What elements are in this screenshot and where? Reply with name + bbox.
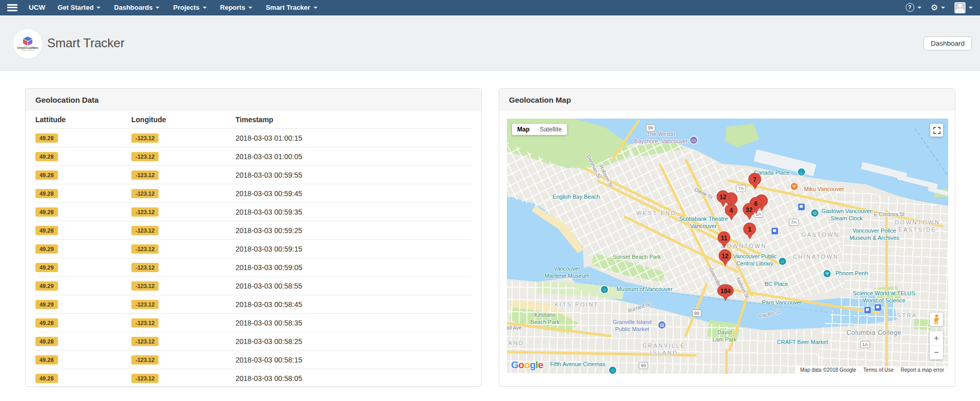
route-shield: 7A bbox=[736, 185, 746, 192]
map-panel-title: Geolocation Map bbox=[499, 89, 955, 111]
anchor-icon: ⚓ bbox=[798, 168, 805, 176]
map-marker[interactable]: 12 bbox=[719, 250, 732, 262]
nav-item-reports[interactable]: Reports bbox=[220, 4, 252, 11]
help-menu[interactable]: ? bbox=[906, 3, 922, 12]
nav-item-smart-tracker[interactable]: Smart Tracker bbox=[266, 4, 318, 11]
fullscreen-icon bbox=[933, 127, 940, 134]
transit-station-icon bbox=[798, 203, 806, 211]
latitude-badge: 49.28 bbox=[35, 189, 58, 198]
map-marker[interactable]: 4 bbox=[725, 204, 738, 217]
table-row: 49.28-123.122018-03-03 01:00:15 bbox=[35, 129, 472, 147]
longitude-badge: -123.12 bbox=[131, 318, 159, 328]
map-type-control: Map Satellite bbox=[512, 124, 567, 135]
map-label: DOWNTOWNEASTSIDE bbox=[895, 219, 940, 234]
fullscreen-button[interactable] bbox=[930, 124, 943, 137]
timestamp-cell: 2018-03-03 00:58:55 bbox=[236, 277, 472, 295]
map-marker[interactable]: 32 bbox=[743, 203, 756, 216]
hamburger-menu-icon[interactable] bbox=[7, 4, 17, 11]
longitude-badge: -123.12 bbox=[131, 170, 159, 180]
street-view-pegman[interactable] bbox=[930, 313, 943, 326]
column-header-latitude: Lattitude bbox=[35, 112, 131, 129]
table-row: 49.28-123.122018-03-03 01:00:05 bbox=[35, 147, 472, 166]
user-menu[interactable] bbox=[954, 2, 973, 13]
chevron-down-icon bbox=[155, 7, 160, 9]
map-label: BC Place bbox=[765, 281, 788, 288]
nav-item-dashboards[interactable]: Dashboards bbox=[114, 4, 160, 11]
page-title: Smart Tracker bbox=[47, 36, 125, 50]
settings-menu[interactable]: ⚙ bbox=[931, 4, 945, 12]
map-label: The WestinBayshore, Vancouver bbox=[634, 131, 688, 145]
timestamp-cell: 2018-03-03 00:59:35 bbox=[236, 203, 472, 221]
map-label: Science World at TELUSWorld of Science bbox=[853, 290, 915, 304]
restaurant-icon: Ψ bbox=[824, 270, 831, 277]
cinema-icon: ⌂ bbox=[609, 367, 616, 374]
map-label: CRAFT Beer Market bbox=[777, 339, 828, 346]
table-row: 49.29-123.122018-03-03 00:59:15 bbox=[35, 240, 472, 258]
map-marker[interactable]: 184 bbox=[717, 284, 734, 297]
map-label: Columbia College bbox=[847, 329, 901, 337]
zoom-out-button[interactable]: − bbox=[930, 345, 943, 359]
geo-table-body: 49.28-123.122018-03-03 01:00:1549.28-123… bbox=[35, 129, 472, 388]
google-logo[interactable]: Google bbox=[511, 359, 543, 371]
longitude-badge: -123.12 bbox=[131, 281, 159, 291]
brand-link[interactable]: UCW bbox=[29, 4, 45, 11]
nav-item-get-started[interactable]: Get Started bbox=[57, 4, 101, 11]
route-shield: 99 bbox=[639, 362, 648, 369]
chevron-down-icon bbox=[313, 7, 318, 9]
zoom-in-button[interactable]: + bbox=[930, 331, 943, 345]
timestamp-cell: 2018-03-03 00:59:55 bbox=[236, 166, 472, 184]
map-type-satellite-button[interactable]: Satellite bbox=[535, 124, 567, 135]
top-navbar: UCW Get StartedDashboardsProjectsReports… bbox=[0, 0, 980, 15]
longitude-badge: -123.12 bbox=[131, 374, 159, 383]
nav-items: Get StartedDashboardsProjectsReportsSmar… bbox=[57, 4, 317, 11]
zoom-control: + − bbox=[930, 331, 943, 359]
timestamp-cell: 2018-03-03 00:58:45 bbox=[236, 295, 472, 314]
latitude-badge: 49.28 bbox=[35, 318, 58, 328]
map-marker[interactable]: 11 bbox=[718, 232, 731, 244]
route-shield: 99 bbox=[692, 310, 701, 317]
table-row: 49.29-123.122018-03-03 00:58:55 bbox=[35, 277, 472, 295]
terms-of-use-link[interactable]: Terms of Use bbox=[864, 367, 894, 373]
map-label: Museum of Vancouver bbox=[616, 286, 672, 293]
chevron-down-icon bbox=[96, 7, 101, 9]
page-header: Unity|Cloud|Ware Think Connected Smart T… bbox=[0, 15, 980, 71]
longitude-badge: -123.12 bbox=[131, 133, 159, 143]
map-data-credit: Map data ©2018 Google bbox=[800, 367, 856, 373]
longitude-badge: -123.12 bbox=[131, 263, 159, 272]
route-shield: 99 bbox=[646, 124, 655, 131]
clock-icon: ⊙ bbox=[811, 209, 818, 217]
transit-station-icon bbox=[874, 304, 882, 312]
map-canvas[interactable]: Map Satellite + − Google Map data ©2018 … bbox=[507, 119, 948, 374]
table-row: 49.28-123.122018-03-03 00:58:25 bbox=[35, 332, 472, 351]
latitude-badge: 49.29 bbox=[35, 281, 58, 291]
cube-logo-icon bbox=[23, 36, 33, 46]
map-marker[interactable]: 12 bbox=[717, 190, 730, 203]
table-row: 49.29-123.122018-03-03 00:59:05 bbox=[35, 258, 472, 277]
pegman-icon bbox=[933, 314, 940, 324]
map-type-map-button[interactable]: Map bbox=[512, 124, 535, 135]
chevron-down-icon bbox=[203, 7, 207, 9]
chevron-down-icon bbox=[941, 7, 945, 9]
map-label: GRANVILLEISLAND bbox=[642, 342, 685, 357]
timestamp-cell: 2018-03-03 00:58:15 bbox=[236, 351, 472, 369]
report-map-error-link[interactable]: Report a map error bbox=[901, 367, 944, 373]
map-label: VancouverMaritime Museum bbox=[544, 265, 589, 280]
library-icon: ⌂ bbox=[779, 258, 786, 265]
longitude-badge: -123.12 bbox=[131, 207, 159, 217]
latitude-badge: 49.28 bbox=[35, 152, 58, 161]
table-row: 49.28-123.122018-03-03 00:58:35 bbox=[35, 314, 472, 332]
latitude-badge: 49.28 bbox=[35, 133, 58, 143]
nav-item-projects[interactable]: Projects bbox=[173, 4, 206, 11]
table-row: 49.28-123.122018-03-03 00:59:45 bbox=[35, 184, 472, 203]
map-label: all Ave bbox=[507, 325, 522, 332]
dashboard-button[interactable]: Dashboard bbox=[924, 36, 972, 50]
map-label: CHINATOWN bbox=[793, 254, 838, 261]
table-row: 49.28-123.122018-03-03 00:59:35 bbox=[35, 203, 472, 221]
latitude-badge: 49.28 bbox=[35, 374, 58, 383]
map-marker[interactable]: 7 bbox=[749, 173, 761, 186]
timestamp-cell: 2018-03-03 01:00:15 bbox=[236, 129, 472, 147]
map-attribution: Map data ©2018 GoogleTerms of UseReport … bbox=[796, 366, 948, 374]
chevron-down-icon bbox=[248, 7, 252, 9]
map-marker[interactable]: 1 bbox=[743, 223, 756, 236]
logo-tagline: Think Connected bbox=[21, 49, 34, 51]
